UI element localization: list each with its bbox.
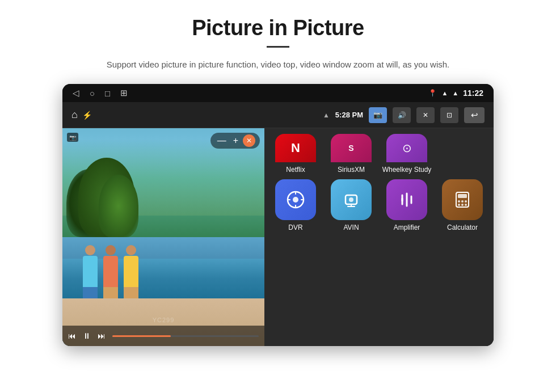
person-2-legs bbox=[103, 287, 118, 298]
page-wrapper: Picture in Picture Support video picture… bbox=[0, 0, 556, 392]
bottom-apps-row: DVR AV bbox=[270, 179, 488, 231]
square-icon[interactable]: □ bbox=[105, 88, 110, 98]
volume-nav-button[interactable]: 🔊 bbox=[393, 107, 411, 123]
close-nav-button[interactable]: ✕ bbox=[416, 107, 435, 123]
status-bar-right: 📍 ▲ ▲ 11:22 bbox=[428, 88, 483, 98]
avin-svg bbox=[341, 189, 361, 210]
back-nav-button[interactable]: ↩ bbox=[464, 107, 485, 123]
avin-icon-img bbox=[331, 179, 372, 220]
app-avin[interactable]: AVIN bbox=[326, 179, 377, 231]
top-nav: ⌂ ⚡ ▲ 5:28 PM 📷 🔊 ✕ ⊡ ↩ bbox=[62, 102, 494, 128]
pip-close-button[interactable]: ✕ bbox=[243, 134, 255, 147]
dvr-label: DVR bbox=[288, 224, 302, 231]
home-button[interactable]: ⌂ bbox=[71, 109, 78, 121]
app-calculator[interactable]: Calculator bbox=[437, 179, 488, 231]
amplifier-svg bbox=[397, 189, 417, 210]
amplifier-label: Amplifier bbox=[394, 224, 420, 231]
foliage-layer bbox=[62, 139, 264, 237]
netflix-icon: N bbox=[275, 134, 316, 162]
nav-time-display: 5:28 PM bbox=[335, 111, 363, 119]
pip-rewind-button[interactable]: ⏮ bbox=[68, 331, 76, 340]
pip-forward-button[interactable]: ⏭ bbox=[98, 331, 106, 340]
content-area: YC299 📷 — + ✕ bbox=[62, 128, 494, 346]
wheelkey-label: Wheelkey Study bbox=[382, 166, 432, 174]
person-2-body bbox=[103, 256, 118, 287]
status-bar-left: ◁ ○ □ ⊞ bbox=[73, 88, 128, 98]
calculator-icon-img bbox=[442, 179, 483, 220]
wheelkey-icon: ⊙ bbox=[386, 134, 427, 162]
top-nav-right: ▲ 5:28 PM 📷 🔊 ✕ ⊡ ↩ bbox=[323, 107, 485, 123]
svg-point-12 bbox=[458, 200, 460, 203]
svg-rect-11 bbox=[458, 194, 467, 198]
signal-icon: ▲ bbox=[441, 90, 448, 96]
person-3 bbox=[124, 245, 138, 298]
wifi-icon: ▲ bbox=[452, 90, 458, 96]
app-wheelkey[interactable]: ⊙ Wheelkey Study bbox=[381, 134, 432, 174]
siriusxm-icon: S bbox=[331, 134, 372, 162]
window-nav-button[interactable]: ⊡ bbox=[440, 107, 458, 123]
pip-size-controls: — + ✕ bbox=[210, 133, 260, 149]
app-netflix[interactable]: N Netflix bbox=[270, 134, 321, 174]
person-1-body bbox=[83, 256, 98, 287]
person-3-legs bbox=[124, 287, 138, 298]
dvr-icon-img bbox=[275, 179, 316, 220]
person-1-head bbox=[85, 245, 95, 255]
gps-icon: 📍 bbox=[428, 89, 437, 97]
pip-progress-bar[interactable] bbox=[112, 335, 259, 337]
svg-point-3 bbox=[349, 197, 353, 202]
svg-point-14 bbox=[465, 200, 467, 203]
title-divider bbox=[267, 46, 289, 48]
wifi-nav-icon: ▲ bbox=[323, 111, 330, 119]
video-scene: YC299 bbox=[62, 128, 264, 346]
app-dvr[interactable]: DVR bbox=[270, 179, 321, 231]
watermark: YC299 bbox=[153, 317, 175, 323]
pip-progress-fill bbox=[112, 335, 171, 337]
siriusxm-label: SiriusXM bbox=[338, 166, 365, 174]
svg-point-1 bbox=[293, 197, 298, 203]
amplifier-icon-img bbox=[386, 179, 427, 220]
person-3-head bbox=[126, 245, 136, 255]
people-layer bbox=[83, 245, 138, 298]
usb-icon: ⚡ bbox=[82, 111, 92, 120]
pip-plus-button[interactable]: + bbox=[231, 136, 241, 146]
menu-icon[interactable]: ⊞ bbox=[120, 88, 128, 98]
top-nav-left: ⌂ ⚡ bbox=[71, 109, 92, 121]
calculator-label: Calculator bbox=[447, 224, 478, 231]
top-apps-partial-row: N Netflix S SiriusXM ⊙ Wheelkey Study bbox=[270, 134, 488, 174]
home-circle-icon[interactable]: ○ bbox=[90, 88, 95, 98]
person-1-legs bbox=[83, 287, 98, 298]
page-subtitle: Support video picture in picture functio… bbox=[107, 58, 449, 71]
app-siriusxm[interactable]: S SiriusXM bbox=[326, 134, 377, 174]
car-ui: ⌂ ⚡ ▲ 5:28 PM 📷 🔊 ✕ ⊡ ↩ bbox=[62, 102, 494, 346]
app-amplifier[interactable]: Amplifier bbox=[381, 179, 432, 231]
status-bar: ◁ ○ □ ⊞ 📍 ▲ ▲ 11:22 bbox=[62, 84, 494, 102]
avin-label: AVIN bbox=[343, 224, 359, 231]
person-2-head bbox=[106, 245, 116, 255]
pip-overlay-top: 📷 bbox=[67, 133, 78, 142]
pip-camera-button[interactable]: 📷 bbox=[67, 133, 78, 142]
person-1 bbox=[83, 245, 98, 298]
tree-3 bbox=[99, 175, 138, 237]
dvr-svg bbox=[285, 189, 306, 210]
svg-point-13 bbox=[461, 200, 464, 203]
clock-display: 11:22 bbox=[463, 88, 483, 98]
device-frame: ◁ ○ □ ⊞ 📍 ▲ ▲ 11:22 ⌂ ⚡ ▲ bbox=[62, 84, 494, 346]
pip-play-button[interactable]: ⏸ bbox=[83, 331, 91, 340]
svg-point-15 bbox=[458, 204, 460, 206]
calculator-svg bbox=[452, 189, 473, 210]
pip-controls-bar: ⏮ ⏸ ⏭ bbox=[62, 326, 264, 346]
netflix-label: Netflix bbox=[286, 166, 305, 174]
person-2 bbox=[103, 245, 118, 298]
camera-nav-button[interactable]: 📷 bbox=[369, 107, 387, 123]
page-title: Picture in Picture bbox=[192, 16, 364, 40]
back-icon[interactable]: ◁ bbox=[73, 88, 79, 98]
pip-close-icon: ✕ bbox=[246, 137, 252, 145]
video-section: YC299 📷 — + ✕ bbox=[62, 128, 264, 346]
person-3-body bbox=[124, 256, 138, 287]
pip-minus-button[interactable]: — bbox=[215, 136, 229, 146]
svg-point-16 bbox=[461, 204, 464, 206]
apps-section: N Netflix S SiriusXM ⊙ Wheelkey Study bbox=[264, 128, 494, 346]
svg-point-17 bbox=[465, 204, 467, 206]
pip-video-container: YC299 📷 — + ✕ bbox=[62, 128, 264, 346]
